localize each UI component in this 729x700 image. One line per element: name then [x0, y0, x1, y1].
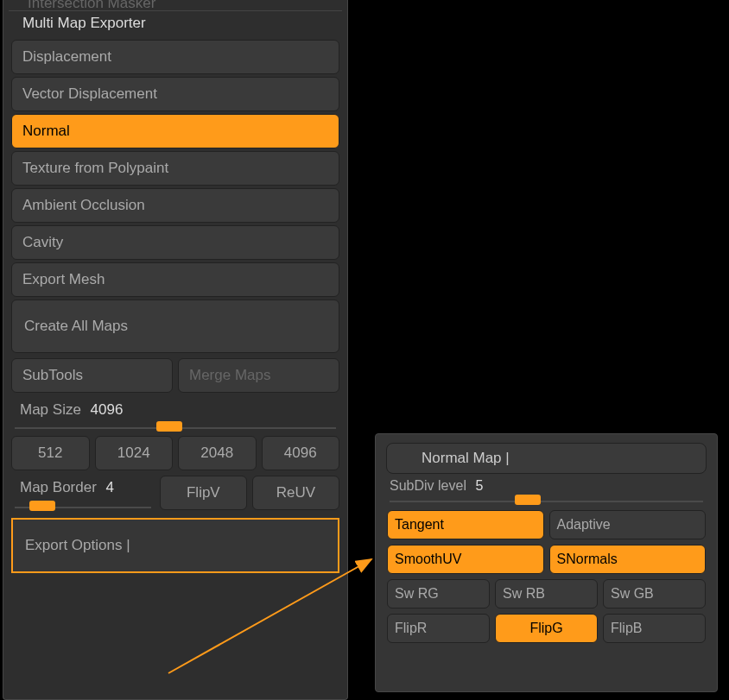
map-border-label: Map Border: [20, 479, 97, 495]
sw-rg-button[interactable]: Sw RG: [387, 579, 490, 609]
mme-header: Multi Map Exporter: [9, 10, 342, 37]
subdiv-label: SubDiv level: [390, 478, 466, 493]
sw-gb-button[interactable]: Sw GB: [603, 579, 706, 609]
export-options-button[interactable]: Export Options |: [11, 518, 339, 573]
adaptive-button[interactable]: Adaptive: [549, 510, 707, 539]
map-border-slider[interactable]: Map Border 4: [11, 476, 155, 510]
map-size-value: 4096: [91, 401, 124, 418]
slider-knob[interactable]: [156, 421, 182, 432]
normal-button[interactable]: Normal: [11, 114, 339, 148]
ambient-occlusion-button[interactable]: Ambient Occlusion: [11, 188, 339, 223]
map-size-label: Map Size: [20, 401, 81, 418]
preset-1024-button[interactable]: 1024: [95, 436, 174, 470]
map-border-value: 4: [106, 479, 114, 495]
texture-polypaint-button[interactable]: Texture from Polypaint: [11, 151, 339, 186]
flipv-button[interactable]: FlipV: [160, 476, 247, 510]
slider-track: [15, 427, 336, 429]
tangent-button[interactable]: Tangent: [387, 510, 544, 539]
preset-4096-button[interactable]: 4096: [262, 436, 340, 470]
merge-maps-button[interactable]: Merge Maps: [178, 358, 339, 393]
displacement-button[interactable]: Displacement: [11, 40, 339, 74]
sw-rb-button[interactable]: Sw RB: [495, 579, 598, 609]
flipb-button[interactable]: FlipB: [603, 614, 706, 643]
export-mesh-button[interactable]: Export Mesh: [11, 262, 339, 297]
slider-knob[interactable]: [515, 495, 541, 505]
create-all-maps-button[interactable]: Create All Maps: [11, 300, 339, 353]
smoothuv-button[interactable]: SmoothUV: [387, 545, 544, 574]
vector-displacement-button[interactable]: Vector Displacement: [11, 77, 339, 111]
multi-map-exporter-panel: Intersection Masker Multi Map Exporter D…: [3, 0, 348, 700]
cavity-button[interactable]: Cavity: [11, 225, 339, 260]
flipg-button[interactable]: FlipG: [495, 614, 598, 643]
subdiv-value: 5: [475, 478, 483, 493]
slider-track: [15, 507, 151, 508]
subtools-button[interactable]: SubTools: [11, 358, 173, 393]
reuv-button[interactable]: ReUV: [252, 476, 339, 510]
map-size-slider[interactable]: Map Size 4096: [11, 398, 339, 431]
normal-map-popup: Normal Map | SubDiv level 5 Tangent Adap…: [375, 433, 718, 692]
slider-track: [390, 501, 703, 502]
flipr-button[interactable]: FlipR: [387, 614, 490, 643]
subdiv-level-slider[interactable]: SubDiv level 5: [386, 476, 707, 504]
snormals-button[interactable]: SNormals: [549, 545, 707, 574]
preset-2048-button[interactable]: 2048: [178, 436, 257, 470]
preset-512-button[interactable]: 512: [11, 436, 90, 470]
slider-knob[interactable]: [29, 501, 55, 511]
normal-map-title: Normal Map |: [386, 443, 707, 474]
